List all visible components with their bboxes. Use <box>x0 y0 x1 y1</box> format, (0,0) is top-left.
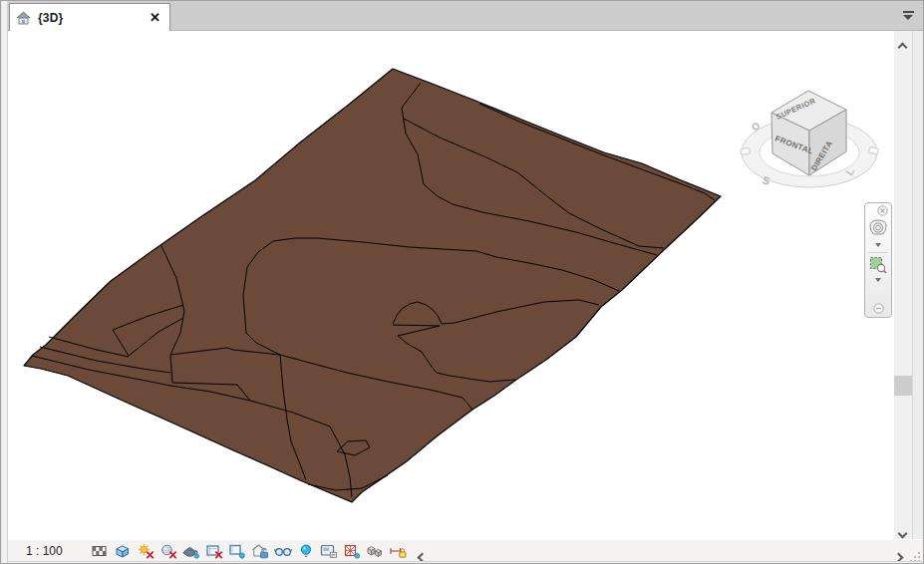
view-control-icons <box>91 543 407 559</box>
highlight-displacement-sets-icon[interactable] <box>366 543 384 559</box>
tab-label: {3D} <box>38 11 143 25</box>
reveal-hidden-elements-icon[interactable] <box>297 543 315 559</box>
vertical-scrollbar-thumb[interactable] <box>894 376 912 396</box>
view-tab-bar: {3D} ✕ <box>8 1 924 31</box>
navigation-bar <box>864 202 892 318</box>
scale-button[interactable]: 1 : 100 <box>18 542 71 560</box>
scroll-left-icon[interactable] <box>419 547 427 555</box>
visual-style-icon[interactable] <box>114 543 132 559</box>
vertical-scrollbar[interactable] <box>894 31 912 539</box>
toposurface[interactable] <box>24 69 721 502</box>
temporary-view-properties-icon[interactable] <box>320 543 338 559</box>
scroll-up-icon[interactable] <box>899 37 907 45</box>
horizontal-scrollbar-track[interactable] <box>427 543 895 559</box>
viewcube[interactable]: O S L SUPERIOR FRONTAL DIREITA <box>741 91 879 187</box>
revit-drawing-area-window: {3D} ✕ O S L SUPERIOR FRONTAL DIREITA <box>0 0 924 564</box>
3d-view-home-icon <box>16 11 31 25</box>
shadows-off-icon[interactable] <box>159 543 177 559</box>
navbar-close-icon[interactable] <box>877 205 888 216</box>
sun-path-off-icon[interactable] <box>137 543 154 559</box>
steering-wheel-icon[interactable] <box>867 217 889 239</box>
scroll-down-icon[interactable] <box>899 523 907 531</box>
tab-overflow-dropdown-icon[interactable] <box>903 11 915 23</box>
show-crop-region-icon[interactable] <box>228 543 246 559</box>
right-window-strip <box>912 31 924 561</box>
unlocked-3d-view-icon[interactable] <box>251 543 269 559</box>
scroll-right-icon[interactable] <box>895 547 903 555</box>
tab-close-icon[interactable]: ✕ <box>150 11 160 24</box>
reveal-constraints-icon[interactable] <box>389 543 407 559</box>
terrain-surface[interactable] <box>24 69 721 502</box>
temporary-hide-isolate-icon[interactable] <box>274 543 292 559</box>
steering-wheel-dropdown-icon[interactable] <box>875 243 881 247</box>
compass-tick-east <box>868 146 878 154</box>
navbar-collapse-icon[interactable] <box>873 303 884 314</box>
show-analytical-model-icon[interactable] <box>343 543 361 559</box>
compass-tick-west <box>741 147 751 154</box>
crop-view-icon[interactable] <box>205 543 223 559</box>
drawing-canvas[interactable]: O S L SUPERIOR FRONTAL DIREITA <box>8 31 894 539</box>
resize-grip[interactable] <box>909 549 921 561</box>
detail-level-icon[interactable] <box>91 543 109 559</box>
zoom-dropdown-icon[interactable] <box>875 278 881 282</box>
tab-3d-view[interactable]: {3D} ✕ <box>9 3 170 31</box>
left-window-strip <box>1 1 8 564</box>
navbar-divider <box>868 252 888 253</box>
zoom-region-icon[interactable] <box>869 256 887 274</box>
view-control-bar: 1 : 100 <box>8 539 924 561</box>
show-rendering-dialog-icon[interactable] <box>182 543 200 559</box>
compass-letter-south[interactable]: S <box>762 173 771 186</box>
